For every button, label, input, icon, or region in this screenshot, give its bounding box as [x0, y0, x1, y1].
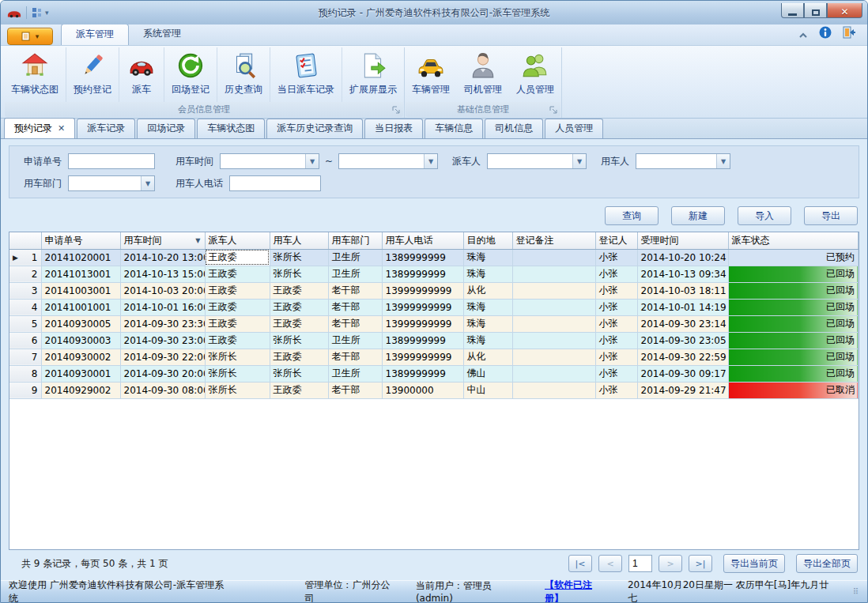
document-tab[interactable]: 派车记录: [77, 119, 135, 138]
ribbon-tab[interactable]: 系统管理: [129, 24, 195, 45]
table-cell[interactable]: 老干部: [328, 349, 382, 365]
column-header[interactable]: 派车状态: [728, 232, 859, 249]
ribbon-button[interactable]: 司机管理: [457, 47, 509, 102]
table-cell[interactable]: 王政委: [270, 382, 328, 398]
column-header[interactable]: 申请单号: [41, 232, 120, 249]
table-cell[interactable]: 小张: [595, 365, 637, 382]
table-cell[interactable]: 张所长: [270, 249, 328, 266]
table-cell[interactable]: 2014-10-20 10:24: [637, 249, 728, 266]
table-cell[interactable]: 张所长: [205, 382, 270, 398]
info-icon[interactable]: [819, 26, 832, 42]
table-row[interactable]: 5201409300052014-09-30 23:30王政委王政委老干部139…: [9, 315, 859, 332]
table-cell[interactable]: 王政委: [270, 282, 328, 299]
app-menu-button[interactable]: ▾: [7, 28, 53, 45]
ribbon-button[interactable]: 派车: [119, 47, 164, 102]
use-time-from-combo[interactable]: ▼: [220, 153, 319, 169]
table-cell[interactable]: 王政委: [205, 315, 270, 332]
dispatch-status-cell[interactable]: 已取消: [728, 382, 859, 398]
car-user-combo[interactable]: ▼: [636, 153, 730, 169]
column-header[interactable]: 用车人电话: [382, 232, 463, 249]
column-header[interactable]: 登记备注: [512, 232, 595, 249]
row-header[interactable]: 3: [9, 282, 41, 299]
row-header[interactable]: ▶1: [9, 249, 41, 266]
row-header[interactable]: 2: [9, 266, 41, 282]
table-cell[interactable]: 小张: [595, 299, 637, 315]
table-cell[interactable]: 小张: [595, 349, 637, 365]
table-cell[interactable]: [512, 266, 595, 282]
table-cell[interactable]: 20141001001: [41, 299, 120, 315]
table-cell[interactable]: 老干部: [328, 282, 382, 299]
table-cell[interactable]: 小张: [595, 249, 637, 266]
table-cell[interactable]: 2014-10-13 09:34: [637, 266, 728, 282]
ribbon-button[interactable]: 人员管理: [509, 47, 561, 102]
column-header[interactable]: 受理时间: [637, 232, 728, 249]
table-cell[interactable]: 从化: [463, 282, 512, 299]
row-header[interactable]: 9: [9, 382, 41, 398]
table-cell[interactable]: 20140930003: [41, 332, 120, 349]
table-cell[interactable]: 2014-09-30 23:14: [637, 315, 728, 332]
page-number-input[interactable]: [628, 555, 652, 572]
table-cell[interactable]: 卫生所: [328, 249, 382, 266]
table-cell[interactable]: [512, 382, 595, 398]
department-combo[interactable]: ▼: [68, 175, 155, 191]
table-cell[interactable]: 2014-09-30 23:00: [120, 332, 205, 349]
table-cell[interactable]: 1389999999: [382, 365, 463, 382]
table-cell[interactable]: 13900000: [382, 382, 463, 398]
table-cell[interactable]: 13999999999: [382, 299, 463, 315]
table-cell[interactable]: 2014-10-03 20:00: [120, 282, 205, 299]
dispatch-status-cell[interactable]: 已回场: [728, 266, 859, 282]
ribbon-button[interactable]: 扩展屏显示: [342, 47, 404, 102]
table-row[interactable]: 4201410010012014-10-01 16:00王政委王政委老干部139…: [9, 299, 859, 315]
table-cell[interactable]: 中山: [463, 382, 512, 398]
restore-button[interactable]: [804, 3, 827, 18]
table-cell[interactable]: 张所长: [205, 349, 270, 365]
table-cell[interactable]: 张所长: [205, 365, 270, 382]
close-button[interactable]: ✕: [827, 3, 862, 18]
ribbon-button[interactable]: 当日派车记录: [270, 47, 342, 102]
row-header[interactable]: 6: [9, 332, 41, 349]
export-all-pages-button[interactable]: 导出全部页: [796, 554, 858, 573]
logout-icon[interactable]: [843, 26, 856, 42]
table-row[interactable]: 9201409290022014-09-30 08:00张所长王政委老干部139…: [9, 382, 859, 398]
table-cell[interactable]: 珠海: [463, 332, 512, 349]
table-cell[interactable]: [512, 365, 595, 382]
table-row[interactable]: 7201409300022014-09-30 22:00张所长王政委老干部139…: [9, 349, 859, 365]
table-cell[interactable]: 2014-09-29 21:47: [637, 382, 728, 398]
table-cell[interactable]: 王政委: [270, 299, 328, 315]
ribbon-button[interactable]: 车辆管理: [405, 47, 457, 102]
table-row[interactable]: 8201409300012014-09-30 20:00张所长张所长卫生所138…: [9, 365, 859, 382]
table-cell[interactable]: 张所长: [270, 332, 328, 349]
table-cell[interactable]: 珠海: [463, 299, 512, 315]
new-button[interactable]: 新建: [671, 206, 725, 225]
table-cell[interactable]: 1389999999: [382, 249, 463, 266]
table-cell[interactable]: 2014-10-01 16:00: [120, 299, 205, 315]
table-cell[interactable]: 2014-09-30 20:00: [120, 365, 205, 382]
table-cell[interactable]: 2014-09-30 23:30: [120, 315, 205, 332]
table-cell[interactable]: 20140930001: [41, 365, 120, 382]
request-no-input[interactable]: [68, 153, 155, 169]
table-cell[interactable]: 2014-10-03 18:11: [637, 282, 728, 299]
document-tab[interactable]: 当日报表: [364, 119, 423, 138]
next-page-button[interactable]: >: [659, 555, 682, 572]
table-cell[interactable]: 小张: [595, 266, 637, 282]
column-header[interactable]: 派车人: [205, 232, 270, 249]
table-cell[interactable]: 老干部: [328, 382, 382, 398]
table-cell[interactable]: [512, 282, 595, 299]
table-cell[interactable]: 卫生所: [328, 365, 382, 382]
table-cell[interactable]: 2014-09-30 22:00: [120, 349, 205, 365]
table-row[interactable]: ▶1201410200012014-10-20 13:00王政委张所长卫生所13…: [9, 249, 859, 266]
export-button[interactable]: 导出: [804, 206, 858, 225]
collapse-ribbon-icon[interactable]: [798, 27, 808, 42]
document-tab[interactable]: 人员管理: [545, 119, 603, 138]
table-cell[interactable]: [512, 299, 595, 315]
dispatch-status-cell[interactable]: 已回场: [728, 282, 859, 299]
use-time-to-combo[interactable]: ▼: [338, 153, 438, 169]
ribbon-button[interactable]: 回场登记: [164, 47, 217, 102]
table-cell[interactable]: 1389999999: [382, 266, 463, 282]
dialog-launcher-icon[interactable]: [392, 106, 401, 115]
row-header[interactable]: 5: [9, 315, 41, 332]
dispatch-status-cell[interactable]: 已回场: [728, 299, 859, 315]
table-cell[interactable]: 1389999999: [382, 332, 463, 349]
table-cell[interactable]: 2014-10-13 15:00: [120, 266, 205, 282]
table-cell[interactable]: 珠海: [463, 249, 512, 266]
